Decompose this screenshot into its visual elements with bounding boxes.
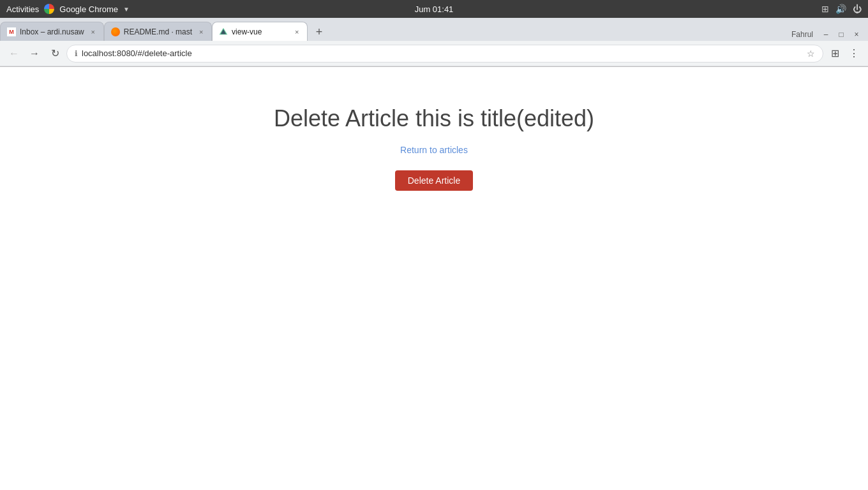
tab-readme[interactable]: README.md · mast × [104,22,212,41]
tab-viewvue-title: view-vue [232,27,288,36]
os-clock: Jum 01:41 [415,4,454,14]
window-controls: Fahrul – □ × [788,28,868,41]
gmail-favicon-icon: M [7,27,16,36]
address-text[interactable]: localhost:8080/#/delete-article [82,48,803,58]
os-topbar-left: Activities Google Chrome ▼ [6,4,130,14]
app-name-label: Google Chrome [59,4,118,14]
lock-icon: ℹ [75,49,78,58]
dropdown-icon[interactable]: ▼ [123,6,130,13]
page-title: Delete Article this is title(edited) [274,105,594,132]
menu-button[interactable]: ⋮ [845,45,863,63]
back-button[interactable]: ← [5,45,23,63]
return-to-articles-link[interactable]: Return to articles [400,145,468,155]
browser-chrome: M Inbox – ardi.nusaw × README.md · mast … [0,18,868,67]
tab-viewvue-close[interactable]: × [292,27,302,37]
page-content: Delete Article this is title(edited) Ret… [0,67,868,490]
vue-favicon-icon [219,27,228,36]
os-topbar: Activities Google Chrome ▼ Jum 01:41 ⊞ 🔊… [0,0,868,18]
volume-icon: 🔊 [835,4,846,14]
chrome-logo-icon [44,4,54,14]
minimize-button[interactable]: – [819,28,832,41]
address-bar[interactable]: ℹ localhost:8080/#/delete-article ☆ [66,45,823,63]
os-topbar-right: ⊞ 🔊 ⏻ [821,4,862,14]
delete-article-button[interactable]: Delete Article [395,170,473,191]
tab-inbox[interactable]: M Inbox – ardi.nusaw × [0,22,104,41]
tab-inbox-close[interactable]: × [88,27,98,37]
tab-readme-close[interactable]: × [196,27,206,37]
user-label: Fahrul [788,30,817,39]
nav-bar: ← → ↻ ℹ localhost:8080/#/delete-article … [0,41,868,66]
tab-readme-title: README.md · mast [124,27,192,36]
power-icon[interactable]: ⏻ [853,4,862,14]
tab-inbox-title: Inbox – ardi.nusaw [20,27,84,36]
firefox-favicon-icon [111,27,120,36]
extensions-button[interactable]: ⊞ [826,45,844,63]
network-icon: ⊞ [821,4,829,14]
new-tab-button[interactable]: + [310,23,328,41]
tab-viewvue[interactable]: view-vue × [212,22,308,41]
maximize-button[interactable]: □ [835,28,848,41]
tab-bar: M Inbox – ardi.nusaw × README.md · mast … [0,18,868,41]
nav-bar-right: ⊞ ⋮ [826,45,863,63]
activities-label[interactable]: Activities [6,4,39,14]
bookmark-icon[interactable]: ☆ [807,48,815,59]
reload-button[interactable]: ↻ [46,45,64,63]
close-button[interactable]: × [850,28,863,41]
forward-button[interactable]: → [26,45,43,63]
